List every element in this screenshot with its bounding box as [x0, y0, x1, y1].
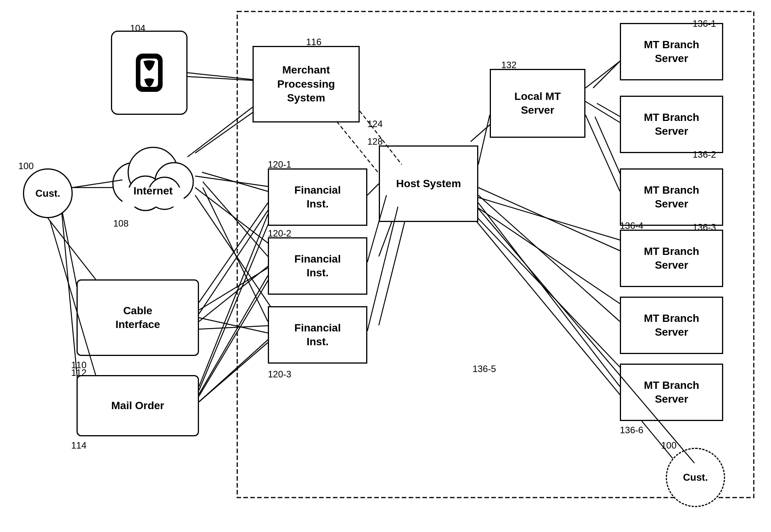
mt-branch-3-label: MT BranchServer [644, 183, 699, 211]
cust-right-label: Cust. [683, 472, 708, 483]
financial-inst-3-node: FinancialInst. [268, 306, 367, 364]
label-136-5: 136-5 [473, 364, 496, 374]
local-mt-server-node: Local MTServer [490, 69, 585, 138]
mail-order-node: Mail Order [77, 375, 199, 436]
cable-interface-node: CableInterface [77, 279, 199, 356]
svg-line-10 [199, 260, 275, 321]
svg-line-47 [199, 214, 268, 387]
mt-branch-5-node: MT BranchServer [620, 297, 723, 354]
svg-line-5 [195, 107, 260, 153]
svg-line-43 [203, 188, 268, 321]
cloud-svg: Internet [103, 138, 203, 214]
mail-order-label: Mail Order [111, 399, 164, 413]
mt-branch-4-label: MT BranchServer [644, 245, 699, 273]
label-136-2: 136-2 [693, 149, 716, 160]
mt-branch-3-node: MT BranchServer [620, 168, 723, 226]
cust-left-node: Cust. [23, 168, 73, 218]
svg-line-22 [595, 117, 624, 182]
svg-line-41 [202, 172, 268, 191]
label-114: 114 [71, 440, 86, 451]
svg-line-24 [471, 203, 624, 306]
label-120-3: 120-3 [268, 369, 291, 380]
label-132: 132 [501, 60, 517, 70]
financial-inst-2-label: FinancialInst. [294, 252, 341, 280]
label-100-left: 100 [18, 161, 34, 171]
svg-line-46 [199, 318, 268, 333]
svg-line-58 [478, 188, 620, 251]
svg-line-9 [199, 199, 275, 314]
merchant-processing-label: MerchantProcessingSystem [277, 63, 335, 105]
svg-line-13 [199, 268, 275, 396]
svg-line-7 [195, 188, 275, 249]
svg-line-60 [478, 203, 620, 387]
svg-line-44 [199, 203, 268, 302]
svg-line-57 [585, 115, 620, 191]
svg-text:Internet: Internet [134, 185, 173, 197]
mt-branch-6-label: MT BranchServer [644, 379, 699, 406]
mt-branch-5-label: MT BranchServer [644, 312, 699, 339]
svg-line-54 [478, 115, 490, 165]
svg-line-2 [61, 207, 78, 295]
label-100-right: 100 [661, 440, 676, 451]
financial-inst-1-node: FinancialInst. [268, 168, 367, 226]
svg-line-6 [195, 176, 275, 188]
cust-right-node: Cust. [666, 448, 725, 507]
svg-line-51 [367, 184, 379, 195]
financial-inst-2-node: FinancialInst. [268, 237, 367, 295]
cust-left-label: Cust. [36, 188, 60, 199]
merchant-processing-node: MerchantProcessingSystem [253, 46, 360, 122]
mt-branch-4-node: MT BranchServer [620, 230, 723, 287]
label-116: 116 [306, 37, 321, 47]
svg-line-11 [199, 325, 275, 329]
label-136-1: 136-1 [693, 18, 716, 29]
label-120-2: 120-2 [268, 228, 291, 239]
mt-branch-2-label: MT BranchServer [644, 111, 699, 139]
svg-line-53 [367, 207, 398, 331]
label-112: 112 [71, 367, 86, 378]
svg-line-42 [203, 182, 268, 256]
mt-branch-1-label: MT BranchServer [644, 38, 699, 66]
svg-line-20 [593, 57, 624, 88]
mt-branch-6-node: MT BranchServer [620, 364, 723, 421]
financial-inst-3-label: FinancialInst. [294, 321, 341, 349]
svg-line-56 [585, 101, 620, 122]
label-108: 108 [113, 218, 129, 229]
svg-line-12 [199, 207, 275, 390]
svg-line-25 [471, 211, 628, 375]
phone-node [111, 31, 187, 115]
svg-line-48 [199, 276, 268, 394]
cable-interface-label: CableInterface [116, 304, 160, 332]
mt-branch-2-node: MT BranchServer [620, 96, 723, 153]
label-136-6: 136-6 [620, 425, 643, 436]
label-104: 104 [130, 23, 145, 34]
svg-line-59 [478, 195, 620, 321]
internet-node: Internet [103, 138, 203, 214]
label-136-4: 136-4 [620, 220, 643, 231]
local-mt-server-label: Local MTServer [514, 90, 561, 117]
svg-line-14 [199, 333, 275, 402]
phone-icon [132, 52, 166, 94]
label-124: 124 [367, 119, 383, 129]
diagram-container: Cust. 100 104 Internet 108 [0, 0, 771, 532]
label-128: 128 [367, 136, 383, 147]
svg-line-39 [187, 77, 253, 80]
svg-line-55 [585, 61, 620, 88]
svg-line-23 [471, 195, 624, 241]
label-120-1: 120-1 [268, 159, 291, 170]
mt-branch-1-node: MT BranchServer [620, 23, 723, 80]
svg-line-45 [199, 268, 268, 310]
svg-line-4 [187, 73, 260, 80]
svg-line-8 [195, 195, 275, 314]
svg-line-37 [48, 218, 96, 279]
svg-line-49 [199, 343, 268, 402]
host-system-label: Host System [396, 177, 461, 191]
financial-inst-1-label: FinancialInst. [294, 183, 341, 211]
host-system-node: Host System [379, 145, 478, 222]
